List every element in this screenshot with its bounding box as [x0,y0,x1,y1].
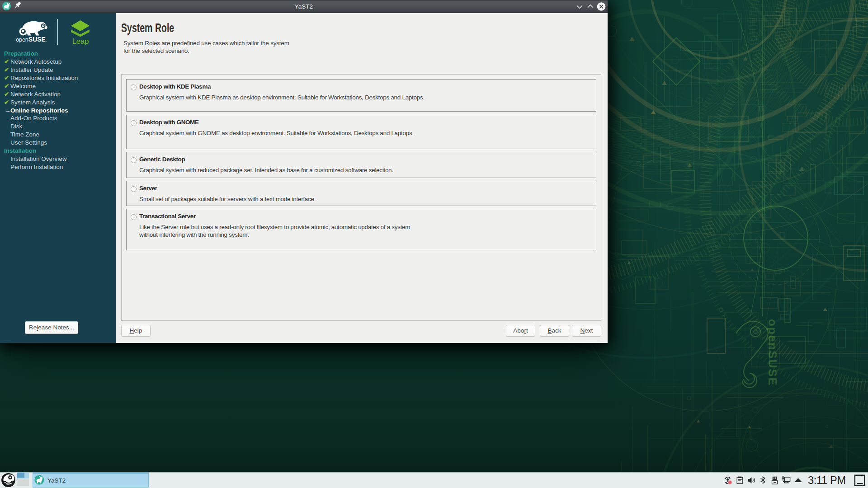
svg-text:openSUSE: openSUSE [766,319,779,386]
svg-text:openSUSE.: openSUSE. [16,36,47,43]
